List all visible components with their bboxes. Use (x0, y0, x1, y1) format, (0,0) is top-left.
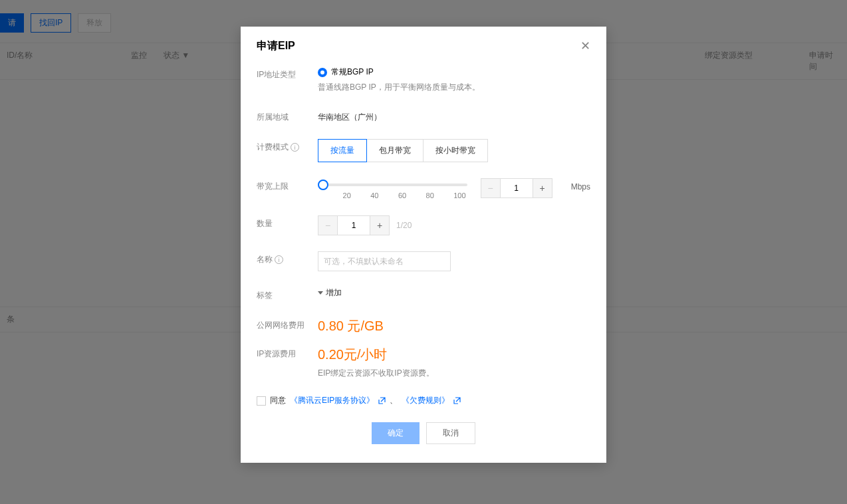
apply-eip-modal: 申请EIP ✕ IP地址类型 常规BGP IP 普通线路BGP IP，用于平衡网… (241, 27, 606, 463)
bw-unit: Mbps (571, 178, 590, 191)
name-input[interactable] (318, 251, 451, 271)
sla-link[interactable]: 《腾讯云EIP服务协议》 (290, 395, 374, 406)
radio-bgp-ip[interactable]: 常规BGP IP (318, 66, 590, 78)
label-name: 名称 i (257, 251, 318, 265)
radio-label: 常规BGP IP (331, 66, 374, 78)
modal-title: 申请EIP (257, 39, 295, 53)
radio-dot-icon (318, 68, 327, 77)
external-link-icon (453, 397, 461, 404)
bandwidth-stepper: − + (481, 178, 552, 198)
bw-input[interactable] (501, 178, 533, 198)
slider-ticks: 1 20 40 60 80 100 (318, 191, 467, 199)
qty-plus-button[interactable]: + (370, 215, 390, 235)
tag-add-button[interactable]: 增加 (318, 287, 342, 299)
confirm-button[interactable]: 确定 (372, 422, 420, 444)
seg-hourly[interactable]: 按小时带宽 (423, 139, 488, 162)
iptype-desc: 普通线路BGP IP，用于平衡网络质量与成本。 (318, 82, 590, 93)
label-netfee: 公网网络费用 (257, 317, 318, 331)
seg-monthly[interactable]: 包月带宽 (366, 139, 424, 162)
seg-traffic[interactable]: 按流量 (318, 139, 367, 162)
sep: 、 (390, 395, 398, 406)
quantity-stepper: − + (318, 215, 390, 235)
resfee-desc: EIP绑定云资源不收取IP资源费。 (318, 368, 590, 379)
qty-minus-button[interactable]: − (318, 215, 338, 235)
label-quantity: 数量 (257, 215, 318, 229)
resfee-value: 0.20元/小时 (318, 347, 387, 362)
info-icon[interactable]: i (291, 143, 299, 152)
label-resfee: IP资源费用 (257, 346, 318, 360)
info-icon[interactable]: i (275, 255, 283, 264)
label-bwlimit: 带宽上限 (257, 178, 318, 192)
qty-input[interactable] (338, 215, 370, 235)
bw-plus-button[interactable]: + (533, 178, 552, 198)
cancel-button[interactable]: 取消 (426, 422, 475, 444)
close-icon[interactable]: ✕ (580, 39, 590, 53)
billing-segmented: 按流量 包月带宽 按小时带宽 (318, 139, 590, 162)
label-iptype: IP地址类型 (257, 66, 318, 80)
label-region: 所属地域 (257, 109, 318, 123)
bandwidth-slider[interactable] (318, 184, 467, 186)
chevron-down-icon (318, 291, 323, 295)
region-value: 华南地区（广州） (318, 109, 590, 123)
arrears-link[interactable]: 《欠费规则》 (402, 395, 449, 406)
bw-minus-button[interactable]: − (481, 178, 501, 198)
slider-thumb[interactable] (318, 180, 328, 190)
external-link-icon (378, 397, 386, 404)
label-tag: 标签 (257, 287, 318, 301)
agree-checkbox[interactable] (257, 396, 266, 406)
qty-hint: 1/20 (396, 221, 412, 230)
netfee-value: 0.80 元/GB (318, 318, 384, 333)
label-billing: 计费模式 i (257, 139, 318, 153)
agree-prefix: 同意 (270, 395, 286, 406)
